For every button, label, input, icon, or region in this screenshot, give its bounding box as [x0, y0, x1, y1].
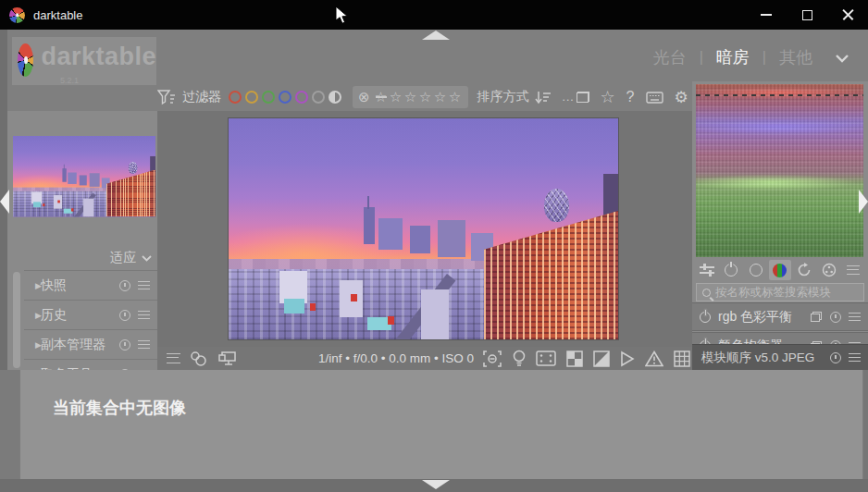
module-presets-menu[interactable] — [842, 260, 864, 280]
color-label-toggle-icon[interactable] — [329, 91, 341, 104]
section-history[interactable]: ▶ 历史 — [24, 300, 157, 329]
softproof-icon[interactable] — [620, 351, 635, 367]
second-window-button[interactable] — [217, 351, 237, 366]
module-search[interactable] — [696, 283, 864, 301]
image-building-cyan — [33, 202, 41, 207]
color-label-gray[interactable] — [312, 91, 325, 104]
hamburger-button[interactable] — [167, 353, 180, 363]
navigation-thumbnail-image — [13, 136, 65, 216]
reject-icon[interactable]: ⊗ — [358, 89, 370, 105]
color-label-green[interactable] — [262, 91, 275, 104]
shortcuts-button[interactable] — [646, 92, 663, 104]
module-search-input[interactable] — [715, 286, 863, 299]
circle-icon — [750, 264, 763, 277]
tab-active-modules[interactable] — [696, 260, 718, 280]
star-2-icon[interactable]: ☆ — [403, 89, 418, 105]
overlays-star-button[interactable]: ☆ — [601, 87, 615, 107]
image-building — [410, 226, 430, 253]
section-snapshots[interactable]: ▶ 快照 — [24, 270, 157, 300]
multi-instance-icon[interactable] — [811, 312, 822, 322]
chevron-down-icon — [142, 255, 152, 262]
preferences-button[interactable]: ⚙ — [675, 88, 688, 107]
color-label-yellow[interactable] — [245, 91, 258, 104]
tab-group-color[interactable] — [769, 260, 791, 280]
star-1-icon[interactable]: ☆ — [389, 89, 403, 105]
image-tower — [364, 207, 375, 244]
section-label: 历史 — [41, 307, 119, 324]
navigation-thumbnail[interactable] — [13, 136, 155, 217]
star-zero-icon[interactable]: ☆ — [374, 89, 389, 105]
presets-icon[interactable] — [138, 311, 150, 319]
tab-group-correct[interactable] — [793, 260, 815, 280]
presets-icon[interactable] — [138, 281, 150, 289]
close-button[interactable] — [827, 0, 868, 30]
reset-icon[interactable] — [119, 339, 130, 351]
presets-icon[interactable] — [849, 313, 861, 321]
tab-group-effects[interactable] — [818, 260, 840, 280]
tab-darkroom[interactable]: 暗房 — [716, 46, 750, 68]
expand-filmstrip-arrow[interactable] — [422, 480, 450, 489]
clipping-warning-icon[interactable] — [593, 351, 610, 367]
image-building — [90, 173, 100, 187]
presets-icon[interactable] — [849, 353, 861, 362]
views-chevron-down-icon[interactable] — [835, 54, 849, 63]
raw-overexposed-icon[interactable] — [566, 351, 583, 367]
reset-icon[interactable] — [119, 280, 130, 291]
section-duplicate-manager[interactable]: ▶ 副本管理器 — [24, 329, 157, 359]
titlebar[interactable]: darktable — [0, 0, 868, 30]
darktable-logo-icon — [18, 43, 33, 77]
filmstrip-collapsed-bar[interactable] — [0, 479, 868, 492]
empty-collection-message: 当前集合中无图像 — [53, 397, 186, 419]
iso12646-bulb-icon[interactable] — [513, 350, 526, 367]
waveform-scope[interactable] — [696, 84, 863, 257]
close-icon — [842, 9, 854, 21]
color-label-purple[interactable] — [295, 91, 308, 104]
reset-icon[interactable] — [119, 310, 130, 321]
collapse-left-panel-arrow[interactable] — [0, 190, 9, 214]
image-red-sign — [388, 316, 394, 325]
filter-funnel-icon[interactable] — [157, 90, 176, 105]
sort-label[interactable]: 排序方式 — [477, 89, 529, 105]
star-3-icon[interactable]: ☆ — [418, 89, 433, 105]
sort-direction-icon[interactable] — [535, 90, 552, 105]
color-label-red[interactable] — [229, 91, 242, 104]
zoom-mode-select[interactable]: 适应 — [110, 250, 152, 266]
module-order-row[interactable]: 模块顺序 v5.0 JPEG — [692, 344, 868, 370]
sliders-icon — [700, 264, 714, 276]
fit-screen-icon[interactable] — [536, 351, 556, 366]
image-building — [80, 175, 87, 185]
minimize-icon — [761, 14, 772, 16]
guides-grid-icon[interactable] — [674, 351, 690, 367]
image-building-light — [421, 289, 449, 339]
reset-icon[interactable] — [830, 352, 841, 363]
color-label-blue[interactable] — [279, 91, 291, 104]
darkroom-viewport[interactable] — [157, 111, 692, 347]
module-power-icon[interactable] — [700, 312, 711, 323]
module-rgb-color-balance[interactable]: rgb 色彩平衡 — [692, 302, 868, 331]
softproof-profile-button[interactable] — [190, 351, 208, 366]
star-4-icon[interactable]: ☆ — [433, 89, 448, 105]
collapse-top-panel-arrow[interactable] — [422, 31, 450, 40]
star-5-icon[interactable]: ☆ — [448, 89, 463, 105]
tab-other[interactable]: 其他 — [779, 46, 812, 68]
hamburger-icon — [167, 353, 180, 363]
maximize-button[interactable] — [787, 0, 827, 30]
expander-icon: ▶ — [24, 281, 41, 290]
focus-peaking-icon[interactable] — [482, 351, 502, 367]
tab-group-tone[interactable] — [745, 260, 767, 280]
image-building — [68, 173, 77, 184]
collapse-right-panel-arrow[interactable] — [859, 190, 868, 214]
left-panel-scrollbar[interactable] — [13, 272, 20, 368]
tab-lighttable[interactable]: 光台 — [653, 46, 687, 68]
ellipsis-label: ... — [563, 91, 575, 104]
grouping-button[interactable]: ... — [563, 91, 589, 104]
maximize-icon — [802, 10, 812, 20]
tab-group-active[interactable] — [720, 260, 742, 280]
reset-icon[interactable] — [830, 312, 841, 323]
gamut-check-icon[interactable] — [645, 351, 663, 367]
minimize-button[interactable] — [746, 0, 787, 30]
presets-icon[interactable] — [138, 340, 150, 349]
module-order-label: 模块顺序 — [701, 351, 751, 364]
help-button[interactable]: ? — [626, 89, 635, 105]
search-icon — [702, 289, 711, 297]
